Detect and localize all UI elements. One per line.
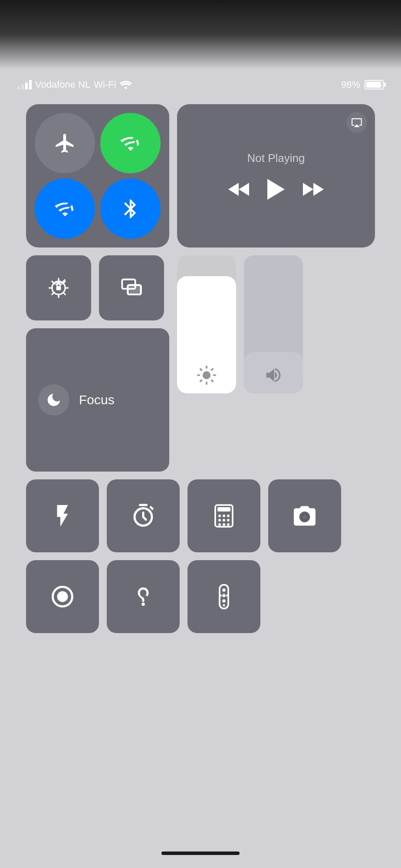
media-controls [227,178,325,201]
home-indicator [161,851,240,855]
svg-point-37 [222,588,226,592]
carrier-label: Vodafone NL [35,79,90,90]
camera-button[interactable] [268,479,341,552]
svg-line-17 [200,380,202,382]
control-center: Not Playing [26,104,375,633]
svg-point-27 [223,519,225,521]
svg-point-32 [302,514,308,520]
svg-marker-1 [239,183,249,196]
mid-section: Focus [26,255,375,472]
svg-point-31 [227,523,230,526]
left-mid: Focus [26,255,169,472]
svg-rect-22 [217,507,230,512]
flashlight-button[interactable] [26,479,99,552]
apple-tv-remote-button[interactable] [187,560,260,633]
status-right: 98% [341,79,384,90]
airplane-mode-button[interactable] [35,113,95,173]
svg-point-35 [141,603,145,606]
rewind-button[interactable] [227,180,250,198]
svg-point-42 [223,604,225,607]
moon-icon-circle [38,384,69,416]
signal-bar-1 [17,86,20,89]
svg-marker-2 [267,179,285,200]
svg-point-28 [227,519,230,521]
connectivity-tile[interactable] [26,104,169,248]
calculator-button[interactable] [187,479,260,552]
fast-forward-button[interactable] [302,180,325,198]
top-dark-overlay [0,0,401,69]
svg-point-40 [220,594,222,597]
volume-icon [264,366,283,385]
svg-point-26 [218,519,221,521]
wifi-button[interactable] [35,178,95,239]
brightness-slider[interactable] [177,255,236,393]
media-tile[interactable]: Not Playing [177,104,375,248]
signal-bar-2 [21,84,24,89]
battery-percent: 98% [341,79,360,90]
play-button[interactable] [266,178,286,201]
battery-shell [365,80,384,89]
battery-icon [365,80,384,89]
signal-bars-icon [17,80,32,89]
airplay-button[interactable] [346,112,367,133]
screen-record-button[interactable] [26,560,99,633]
volume-slider[interactable] [244,255,303,393]
svg-marker-3 [303,183,313,196]
svg-rect-9 [128,285,141,295]
signal-bar-4 [29,80,32,89]
svg-marker-0 [228,183,239,196]
bluetooth-button[interactable] [100,178,161,239]
signal-bar-3 [25,83,28,89]
svg-point-39 [222,599,226,603]
focus-label: Focus [79,393,115,407]
battery-fill [366,82,381,88]
status-bar: Vodafone NL Wi-Fi 98% [0,69,401,100]
svg-point-34 [57,591,68,602]
row-small-2 [26,560,375,633]
svg-marker-4 [313,183,324,196]
svg-marker-19 [266,369,274,381]
sliders-area [177,255,375,472]
svg-point-25 [227,515,230,517]
orientation-lock-button[interactable] [26,255,91,320]
status-left: Vodafone NL Wi-Fi [17,79,132,90]
svg-line-18 [212,369,213,370]
svg-point-38 [222,594,226,597]
hearing-button[interactable] [107,560,180,633]
focus-button[interactable]: Focus [26,328,169,472]
svg-line-13 [200,369,202,370]
row-icon-buttons [26,255,169,320]
svg-point-29 [218,523,221,526]
svg-point-23 [218,515,221,517]
wifi-status-icon [120,80,132,89]
svg-line-14 [212,380,213,382]
row-small-1 [26,479,375,552]
row-top: Not Playing [26,104,375,248]
svg-rect-6 [56,286,61,290]
svg-point-24 [223,515,225,517]
network-label: Wi-Fi [94,79,116,90]
svg-point-30 [223,523,225,526]
brightness-icon [197,366,216,385]
screen-mirror-button[interactable] [99,255,164,320]
svg-point-41 [226,594,228,597]
hotspot-button[interactable] [100,113,161,173]
timer-button[interactable] [107,479,180,552]
not-playing-label: Not Playing [247,152,305,165]
svg-point-10 [203,371,210,379]
